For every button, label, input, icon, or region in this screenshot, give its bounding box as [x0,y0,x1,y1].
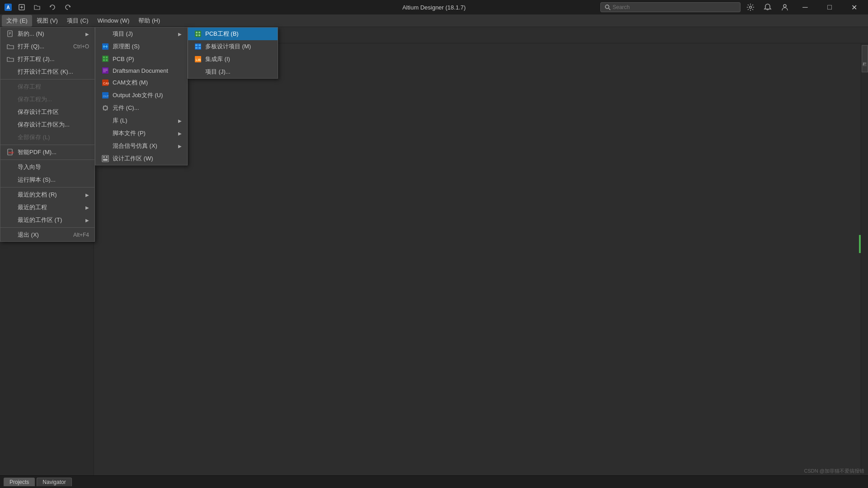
new-multiboard[interactable]: 多板设计项目 (M) [188,40,278,53]
workspace-label: 设计工作区 (W) [113,155,182,163]
menu-save-ws[interactable]: 保存设计工作区 [0,106,94,118]
menu-open-label: 打开 (Q)... [18,42,64,51]
new-pcb-project[interactable]: PCB工程 (B) [188,28,278,40]
library-icon [101,117,110,124]
new-cam[interactable]: CAM CAM文档 (M) [95,76,187,89]
project-submenu: PCB工程 (B) 多板设计项目 (M) LIB 集成库 (I) 项目 (J).… [188,27,278,79]
save-ws-as-icon [6,121,15,128]
intlib-label: 集成库 (I) [205,55,272,63]
new-icon [6,30,15,38]
menu-recent-docs[interactable]: 最近的文档 (R) ▶ [0,188,94,201]
cam-label: CAM文档 (M) [113,79,182,87]
svg-rect-21 [106,56,108,58]
menu-save-all-label: 全部保存 (L) [18,133,89,141]
redo-icon[interactable] [61,1,74,14]
quick-access-icon[interactable] [15,1,28,14]
menu-recent-workspaces[interactable]: 最近的工作区 (T) ▶ [0,214,94,226]
svg-line-6 [609,9,611,10]
status-bar: Projects Navigator CSDN @加菲猫不爱搞报错 [0,475,868,488]
svg-rect-49 [195,47,198,49]
menu-recent-projects[interactable]: 最近的工程 ▶ [0,201,94,214]
titlebar-right: ─ □ ✕ [600,0,864,14]
menu-new[interactable]: 新的... (N) ▶ [0,28,94,40]
menu-open-proj-label: 打开工程 (J)... [18,55,80,63]
menu-save-proj-label: 保存工程 [18,83,89,91]
search-box[interactable] [600,2,741,12]
project-other-label: 项目 (J)... [205,68,272,76]
library-label: 库 (L) [113,117,178,125]
simulation-label: 混合信号仿真 (X) [113,142,178,150]
menu-exit[interactable]: 退出 (X) Alt+F4 [0,229,94,241]
undo-icon[interactable] [46,1,59,14]
close-button[interactable]: ✕ [844,0,864,14]
tab-navigator[interactable]: Navigator [37,478,71,486]
new-pcb[interactable]: PCB (P) [95,53,187,65]
svg-rect-45 [198,34,200,36]
new-schematic[interactable]: 原理图 (S) [95,40,187,53]
svg-rect-50 [198,47,201,49]
script-icon [6,176,15,183]
menu-smart-pdf-label: 智能PDF (M)... [18,148,89,156]
open-icon[interactable] [31,1,43,14]
new-submenu-project-label: 项目 (J) [113,30,178,38]
menu-window[interactable]: Window (W) [93,15,134,26]
new-draftsman[interactable]: Draftsman Document [95,65,187,76]
new-project-other[interactable]: 项目 (J)... [188,66,278,78]
recent-ws-arrow: ▶ [85,218,89,223]
settings-icon[interactable] [744,1,757,14]
svg-point-5 [605,5,609,9]
app-icon: A [4,3,13,12]
new-intlib[interactable]: LIB 集成库 (I) [188,53,278,66]
user-icon[interactable] [778,1,791,14]
menu-open-workspace[interactable]: 打开设计工作区 (K)... [0,66,94,78]
notification-icon[interactable] [761,1,774,14]
new-arrow: ▶ [85,32,89,37]
svg-rect-48 [198,44,201,46]
menu-project[interactable]: 项目 (C) [62,15,93,27]
new-library[interactable]: 库 (L) ▶ [95,114,187,127]
maximize-button[interactable]: □ [819,0,840,14]
new-script[interactable]: 脚本文件 (P) ▶ [95,127,187,140]
menu-open-project[interactable]: 打开工程 (J)... [0,53,94,66]
svg-text:OUT: OUT [103,95,109,98]
menu-save-ws-label: 保存设计工作区 [18,108,89,116]
menu-view[interactable]: 视图 (V) [32,15,62,27]
new-component[interactable]: 元件 (C)... [95,102,187,114]
menu-file[interactable]: 文件 (E) [2,15,32,27]
svg-rect-44 [196,34,198,36]
sep5 [0,227,94,228]
simulation-icon [101,142,110,150]
minimize-button[interactable]: ─ [795,0,816,14]
recent-ws-icon [6,216,15,224]
svg-point-7 [750,6,752,9]
simulation-arrow: ▶ [178,144,182,149]
script-label: 脚本文件 (P) [113,129,178,137]
open-ws-icon [6,68,15,75]
menu-open[interactable]: 打开 (Q)... Ctrl+O [0,40,94,53]
menu-new-label: 新的... (N) [18,30,85,38]
tab-projects[interactable]: Projects [4,478,35,486]
menu-import-wizard[interactable]: 导入向导 [0,161,94,174]
save-all-icon [6,134,15,141]
watermark: CSDN @加菲猫不爱搞报错 [804,468,864,474]
new-workspace[interactable]: 设计工作区 (W) [95,152,187,165]
new-output-job[interactable]: OUT Output Job文件 (U) [95,89,187,102]
right-tab[interactable]: 栏 [862,45,868,72]
search-input[interactable] [613,4,736,10]
new-submenu-project[interactable]: 项目 (J) ▶ [95,28,187,40]
svg-rect-23 [106,59,108,61]
menu-save-proj-as: 保存工程为... [0,93,94,106]
menu-smart-pdf[interactable]: PDF 智能PDF (M)... [0,146,94,159]
svg-text:A: A [6,5,9,10]
schematic-icon [101,43,110,50]
app-title: Altium Designer (18.1.7) [402,4,466,11]
new-simulation[interactable]: 混合信号仿真 (X) ▶ [95,140,187,152]
new-submenu: 项目 (J) ▶ 原理图 (S) PCB (P) [95,27,188,165]
file-menu: 新的... (N) ▶ 打开 (Q)... Ctrl+O 打开工程 (J)...… [0,27,95,242]
recent-proj-icon [6,204,15,211]
open-proj-icon [6,56,15,63]
menu-run-script[interactable]: 运行脚本 (S)... [0,174,94,186]
menu-help[interactable]: 帮助 (H) [134,15,165,27]
menu-save-ws-as[interactable]: 保存设计工作区为... [0,118,94,131]
menu-save-proj: 保存工程 [0,80,94,93]
